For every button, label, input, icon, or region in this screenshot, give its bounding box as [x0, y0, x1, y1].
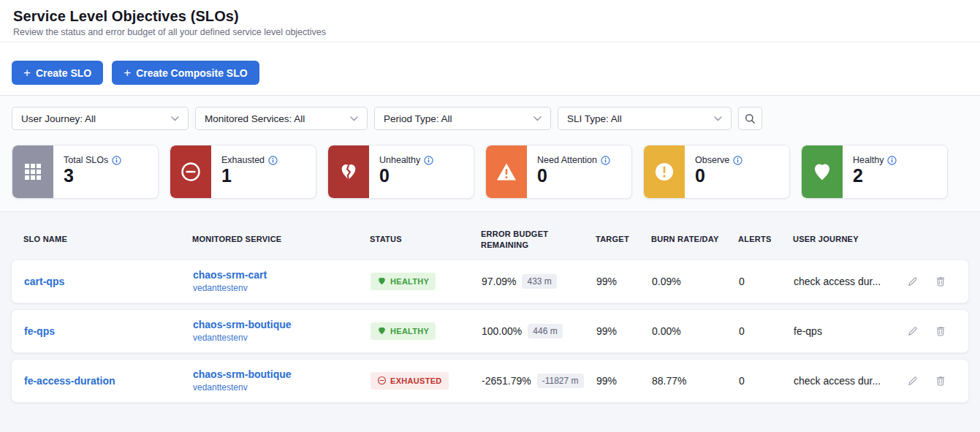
error-budget-minutes: 446 m [528, 324, 562, 338]
chevron-down-icon [533, 116, 542, 121]
create-composite-slo-label: Create Composite SLO [136, 67, 247, 79]
info-icon[interactable] [887, 156, 897, 165]
alerts-count: 0 [739, 375, 794, 387]
edit-button[interactable] [907, 325, 919, 337]
col-header-user-journey: User Journey [793, 234, 906, 245]
alerts-count: 0 [739, 276, 794, 287]
create-slo-button[interactable]: + Create SLO [12, 61, 103, 85]
chevron-down-icon [714, 116, 722, 121]
delete-button[interactable] [935, 276, 946, 287]
table-row[interactable]: fe-access-duration chaos-srm-boutique ve… [11, 359, 969, 403]
stat-label: Exhausted [221, 155, 265, 165]
target-value: 99% [596, 325, 652, 337]
col-header-status: Status [370, 234, 481, 245]
delete-button[interactable] [935, 325, 946, 337]
stat-label: Need Attention [537, 155, 597, 165]
stat-label: Unhealthy [379, 155, 420, 165]
create-composite-slo-button[interactable]: + Create Composite SLO [112, 61, 259, 85]
page-title: Service Level Objectives (SLOs) [13, 8, 967, 25]
stat-value: 0 [695, 166, 742, 186]
unhealthy-card[interactable]: Unhealthy 0 [327, 145, 474, 199]
slo-name-link[interactable]: fe-qps [24, 325, 55, 337]
total-slos-card[interactable]: Total SLOs 3 [12, 145, 159, 199]
search-button[interactable] [738, 107, 762, 130]
summary-cards-row: Total SLOs 3 Exhausted 1 [12, 145, 968, 211]
info-icon[interactable] [112, 156, 121, 165]
alerts-count: 0 [739, 325, 794, 337]
trash-icon [935, 375, 946, 387]
info-icon[interactable] [268, 156, 278, 165]
create-slo-label: Create SLO [36, 67, 91, 79]
user-journey-filter-dropdown[interactable]: User Journey: All [12, 107, 189, 130]
broken-heart-icon [338, 162, 359, 182]
error-budget-minutes: 433 m [522, 274, 556, 289]
user-journey-value: fe-qps [794, 325, 907, 337]
edit-button[interactable] [907, 276, 919, 287]
status-badge: HEALTHY [371, 273, 436, 290]
monitored-services-filter-dropdown[interactable]: Monitored Services: All [195, 107, 368, 130]
user-journey-filter-label: User Journey: All [21, 113, 96, 124]
error-budget-percent: -2651.79% [482, 375, 531, 387]
need-attention-card[interactable]: Need Attention 0 [485, 145, 632, 199]
environment-label: vedanttestenv [193, 283, 371, 293]
stat-value: 0 [537, 166, 610, 186]
page-subtitle: Review the status and error budget of al… [13, 27, 967, 37]
col-header-alerts: Alerts [738, 234, 793, 245]
monitored-service-link[interactable]: chaos-srm-boutique [193, 319, 371, 332]
burn-rate-value: 0.00% [652, 325, 739, 337]
col-header-slo-name: SLO Name [23, 234, 192, 245]
page-header: Service Level Objectives (SLOs) Review t… [0, 0, 980, 42]
monitored-service-link[interactable]: chaos-srm-boutique [193, 368, 371, 382]
table-row[interactable]: fe-qps chaos-srm-boutique vedanttestenv … [11, 309, 969, 353]
info-icon[interactable] [601, 156, 610, 165]
slo-name-link[interactable]: fe-access-duration [24, 375, 115, 387]
plus-icon: + [124, 67, 131, 79]
chevron-down-icon [350, 116, 358, 121]
warning-triangle-icon [495, 162, 517, 182]
target-value: 99% [596, 276, 652, 287]
col-header-target: Target [596, 234, 651, 245]
heart-icon [377, 326, 387, 336]
chevron-down-icon [171, 116, 179, 121]
plus-icon: + [23, 67, 31, 79]
stat-value: 1 [221, 166, 278, 186]
sli-type-filter-dropdown[interactable]: SLI Type: All [558, 107, 732, 130]
col-header-error-budget: Error Budget Remaining [481, 229, 596, 251]
slo-table: SLO Name Monitored Service Status Error … [0, 211, 980, 432]
info-icon[interactable] [424, 156, 433, 165]
period-type-filter-dropdown[interactable]: Period Type: All [374, 107, 551, 130]
heart-icon [377, 276, 387, 286]
pencil-icon [907, 325, 919, 337]
sli-type-filter-label: SLI Type: All [567, 113, 622, 124]
minus-circle-icon [377, 376, 387, 385]
healthy-card[interactable]: Healthy 2 [801, 145, 948, 199]
grid-icon [23, 162, 42, 181]
slo-name-link[interactable]: cart-qps [24, 276, 64, 287]
delete-button[interactable] [935, 375, 946, 387]
col-header-monitored-service: Monitored Service [192, 234, 370, 245]
observe-card[interactable]: Observe 0 [643, 145, 790, 199]
trash-icon [935, 325, 946, 337]
burn-rate-value: 88.77% [652, 375, 739, 387]
stat-label: Total SLOs [64, 155, 108, 165]
filter-row: User Journey: All Monitored Services: Al… [12, 107, 968, 130]
environment-label: vedanttestenv [193, 333, 371, 343]
user-journey-value: check access dur... [794, 276, 907, 287]
stat-value: 3 [64, 166, 121, 186]
trash-icon [935, 276, 946, 287]
action-bar: + Create SLO + Create Composite SLO [0, 42, 980, 96]
stat-label: Healthy [853, 155, 884, 165]
monitored-service-link[interactable]: chaos-srm-cart [193, 269, 371, 282]
edit-button[interactable] [907, 375, 919, 387]
info-icon[interactable] [733, 156, 742, 165]
monitored-services-filter-label: Monitored Services: All [205, 113, 305, 124]
error-budget-minutes: -11827 m [537, 374, 584, 388]
status-badge: HEALTHY [371, 322, 436, 340]
pencil-icon [907, 375, 919, 387]
exclamation-circle-icon [653, 161, 675, 183]
status-badge: EXHAUSTED [371, 372, 449, 390]
exhausted-card[interactable]: Exhausted 1 [170, 145, 316, 199]
table-row[interactable]: cart-qps chaos-srm-cart vedanttestenv HE… [11, 259, 969, 303]
minus-circle-icon [180, 161, 202, 183]
period-type-filter-label: Period Type: All [384, 113, 452, 124]
